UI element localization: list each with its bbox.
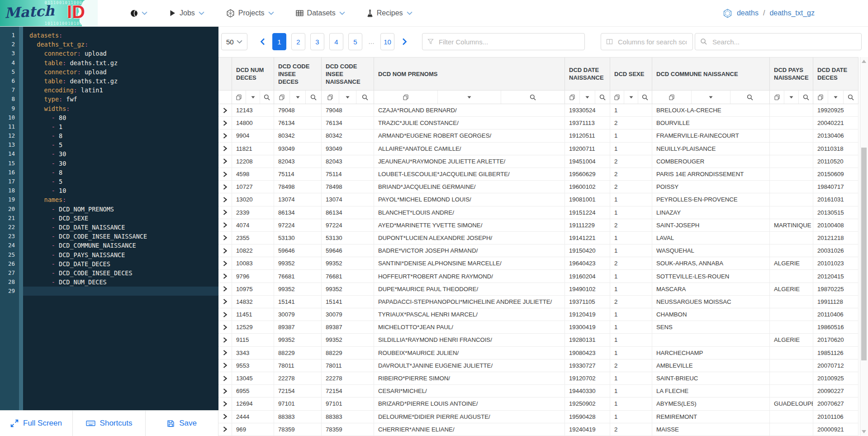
- column-dropdown-button[interactable]: [624, 91, 638, 104]
- save-button[interactable]: Save: [146, 411, 218, 436]
- column-dropdown-button[interactable]: [339, 91, 357, 104]
- expand-row-button[interactable]: [218, 423, 232, 436]
- column-search-button[interactable]: [356, 91, 374, 104]
- editor-line[interactable]: 10 - 80: [0, 113, 218, 122]
- column-dropdown-button[interactable]: [580, 91, 595, 104]
- expand-row-button[interactable]: [218, 270, 232, 282]
- page-size-select[interactable]: 50: [221, 33, 247, 50]
- full-screen-button[interactable]: Full Screen: [0, 411, 73, 436]
- expand-row-button[interactable]: [218, 308, 232, 321]
- editor-line[interactable]: 21 - DCD_SEXE: [0, 214, 218, 223]
- expand-row-button[interactable]: [218, 347, 232, 359]
- page-button-4[interactable]: 4: [329, 33, 343, 50]
- next-page-button[interactable]: [399, 33, 409, 50]
- expand-row-button[interactable]: [218, 155, 232, 168]
- breadcrumb-project-link[interactable]: deaths: [737, 9, 759, 17]
- editor-line[interactable]: 15 - 30: [0, 159, 218, 168]
- expand-row-button[interactable]: [218, 411, 232, 423]
- column-dropdown-button[interactable]: [692, 91, 731, 104]
- expand-row-button[interactable]: [218, 168, 232, 180]
- column-dropdown-button[interactable]: [290, 91, 306, 104]
- expand-row-button[interactable]: [218, 244, 232, 257]
- editor-line[interactable]: 12 - 8: [0, 131, 218, 140]
- nav-item-jobs[interactable]: Jobs: [169, 9, 204, 17]
- page-button-5[interactable]: 5: [348, 33, 362, 50]
- editor-line[interactable]: 19 names:: [0, 195, 218, 204]
- editor-line[interactable]: 16 - 8: [0, 168, 218, 177]
- editor-line[interactable]: 23 - DCD_CODE_INSEE_NAISSANCE: [0, 232, 218, 241]
- editor-line[interactable]: 3 connector: upload: [0, 49, 218, 58]
- breadcrumb-dataset-link[interactable]: deaths_txt_gz: [769, 9, 815, 17]
- column-dropdown-button[interactable]: [828, 91, 843, 104]
- column-search-button[interactable]: [844, 91, 858, 104]
- expand-row-button[interactable]: [218, 104, 232, 116]
- expand-row-button[interactable]: [218, 232, 232, 244]
- editor-line[interactable]: 14 - 30: [0, 149, 218, 158]
- copy-column-button[interactable]: [232, 91, 246, 104]
- prev-page-button[interactable]: [257, 33, 267, 50]
- editor-line[interactable]: 7 encoding: latin1: [0, 86, 218, 95]
- nav-item-globe[interactable]: [130, 10, 147, 17]
- expand-row-button[interactable]: [218, 296, 232, 308]
- shortcuts-button[interactable]: Shortcuts: [73, 411, 146, 436]
- yaml-config-editor[interactable]: 1datasets:2 deaths_txt_gz:3 connector: u…: [0, 26, 218, 410]
- page-button-3[interactable]: 3: [310, 33, 324, 50]
- page-button-10[interactable]: 10: [380, 33, 394, 50]
- copy-column-button[interactable]: [652, 91, 692, 104]
- nav-item-datasets[interactable]: Datasets: [296, 9, 345, 17]
- copy-column-button[interactable]: [565, 91, 580, 104]
- expand-row-button[interactable]: [218, 129, 232, 142]
- search-scope-columns-input[interactable]: [601, 33, 693, 50]
- expand-row-button[interactable]: [218, 219, 232, 231]
- expand-row-button[interactable]: [218, 193, 232, 206]
- editor-line[interactable]: 28 - DCD_NUM_DECES: [0, 278, 218, 287]
- nav-item-projects[interactable]: Projects: [226, 9, 274, 18]
- expand-row-button[interactable]: [218, 398, 232, 410]
- scrollbar-up-button[interactable]: [862, 60, 866, 63]
- filter-columns-input[interactable]: [422, 33, 585, 50]
- column-search-button[interactable]: [730, 91, 769, 104]
- column-search-button[interactable]: [595, 91, 610, 104]
- nav-item-recipes[interactable]: Recipes: [367, 9, 413, 17]
- matchid-logo[interactable]: 0111001011000 1011010010100 Match ID: [0, 0, 98, 26]
- copy-column-button[interactable]: [274, 91, 290, 104]
- editor-line[interactable]: 24 - DCD_COMMUNE_NAISSANCE: [0, 241, 218, 250]
- column-dropdown-button[interactable]: [784, 91, 799, 104]
- scrollbar-thumb[interactable]: [861, 148, 867, 360]
- column-search-button[interactable]: [638, 91, 652, 104]
- editor-line[interactable]: 4 table: deaths.txt.gz: [0, 58, 218, 67]
- expand-row-button[interactable]: [218, 257, 232, 269]
- expand-row-button[interactable]: [218, 385, 232, 397]
- editor-line[interactable]: 17 - 5: [0, 177, 218, 186]
- expand-row-button[interactable]: [218, 181, 232, 193]
- editor-line[interactable]: 2 deaths_txt_gz:: [0, 40, 218, 49]
- editor-line[interactable]: 26 - DCD_DATE_DECES: [0, 259, 218, 268]
- page-button-1[interactable]: 1: [272, 33, 286, 50]
- expand-row-button[interactable]: [218, 206, 232, 219]
- editor-line[interactable]: 25 - DCD_PAYS_NAISSANCE: [0, 250, 218, 259]
- column-search-button[interactable]: [799, 91, 813, 104]
- page-button-2[interactable]: 2: [291, 33, 305, 50]
- editor-line[interactable]: 9 widths:: [0, 104, 218, 113]
- editor-line[interactable]: 8 type: fwf: [0, 95, 218, 104]
- column-search-button[interactable]: [501, 91, 564, 104]
- expand-row-button[interactable]: [218, 334, 232, 346]
- copy-column-button[interactable]: [322, 91, 339, 104]
- editor-line[interactable]: 29: [0, 287, 218, 296]
- expand-row-button[interactable]: [218, 359, 232, 372]
- expand-row-button[interactable]: [218, 372, 232, 384]
- copy-column-button[interactable]: [610, 91, 624, 104]
- column-search-button[interactable]: [260, 91, 274, 104]
- editor-line[interactable]: 11 - 1: [0, 122, 218, 131]
- expand-row-button[interactable]: [218, 117, 232, 129]
- editor-line[interactable]: 22 - DCD_DATE_NAISSANCE: [0, 223, 218, 232]
- expand-row-button[interactable]: [218, 143, 232, 155]
- editor-line[interactable]: 13 - 5: [0, 140, 218, 149]
- column-dropdown-button[interactable]: [246, 91, 260, 104]
- search-input[interactable]: [695, 33, 862, 50]
- editor-line[interactable]: 5 connector: upload: [0, 67, 218, 77]
- column-dropdown-button[interactable]: [438, 91, 502, 104]
- editor-line[interactable]: 1datasets:: [0, 31, 218, 40]
- editor-line[interactable]: 20 - DCD_NOM_PRENOMS: [0, 205, 218, 214]
- editor-line[interactable]: 27 - DCD_CODE_INSEE_DECES: [0, 268, 218, 278]
